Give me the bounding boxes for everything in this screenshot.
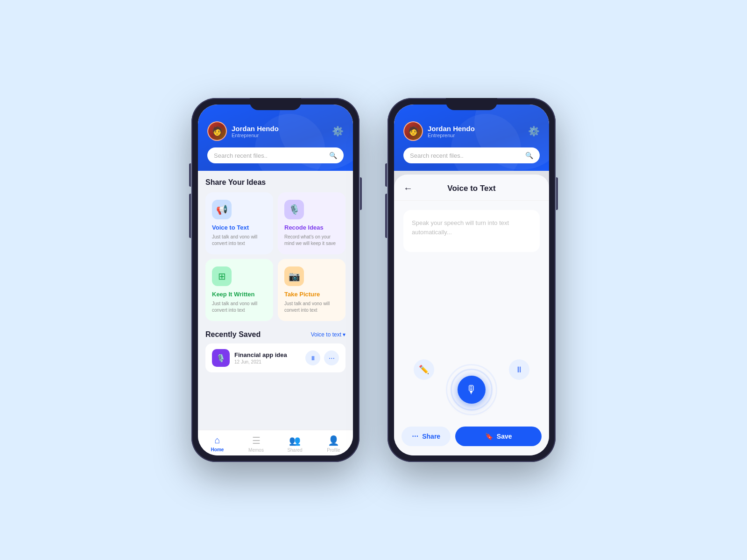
- keep-written-icon: ⊞: [218, 271, 226, 282]
- card-desc-recode-ideas: Record what's on your mind we will keep …: [284, 234, 339, 247]
- saved-item-date: 12 Jun, 2021: [234, 359, 301, 364]
- share-label: Share: [422, 433, 440, 440]
- filter-label: Voice to text: [311, 331, 341, 338]
- voice-to-text-icon-wrap: 📢: [212, 200, 232, 219]
- user-name-2: Jordan Hendo: [428, 125, 475, 133]
- phone2-header: 🧑 Jordan Hendo Entreprenur ⚙️ Search rec…: [394, 105, 549, 171]
- home-label: Home: [211, 447, 224, 452]
- card-desc-keep-written: Just talk and vono will convert into tex…: [212, 301, 267, 314]
- share-icon-modal: ⋯: [412, 433, 418, 440]
- mic-icon: 🎙: [466, 383, 477, 396]
- phone-1: 🧑 Jordan Hendo Entreprenur ⚙️ Search rec…: [191, 98, 359, 462]
- gear-icon-2[interactable]: ⚙️: [528, 126, 540, 137]
- user-title: Entreprenur: [232, 133, 279, 138]
- nav-profile[interactable]: 👤 Profile: [314, 435, 353, 453]
- share-ideas-title: Share Your Ideas: [205, 178, 345, 187]
- mic-outer: 🎙: [455, 373, 488, 406]
- avatar: 🧑: [207, 121, 227, 141]
- search-placeholder: Search recent files..: [214, 152, 268, 159]
- share-button[interactable]: ⋯: [324, 350, 339, 365]
- save-label: Save: [497, 433, 512, 440]
- avatar-img-2: 🧑: [404, 122, 422, 140]
- nav-home[interactable]: ⌂ Home: [198, 435, 237, 453]
- user-info-2: 🧑 Jordan Hendo Entreprenur: [403, 121, 475, 141]
- phone-2: 🧑 Jordan Hendo Entreprenur ⚙️ Search rec…: [388, 98, 556, 462]
- user-row: 🧑 Jordan Hendo Entreprenur ⚙️: [207, 121, 344, 141]
- card-title-take-picture: Take Picture: [284, 291, 339, 298]
- profile-icon: 👤: [328, 435, 339, 446]
- user-name: Jordan Hendo: [232, 125, 279, 133]
- user-title-2: Entreprenur: [428, 133, 475, 138]
- card-title-recode-ideas: Recode Ideas: [284, 224, 339, 231]
- gear-icon[interactable]: ⚙️: [332, 126, 344, 137]
- search-icon-2: 🔍: [525, 152, 533, 159]
- recently-saved-title: Recently Saved: [205, 330, 261, 339]
- search-bar[interactable]: Search recent files.. 🔍: [207, 147, 344, 163]
- nav-shared[interactable]: 👥 Shared: [275, 435, 314, 453]
- pause-icon: ⏸: [515, 365, 523, 375]
- nav-memos[interactable]: ☰ Memos: [237, 435, 275, 453]
- user-details: Jordan Hendo Entreprenur: [232, 125, 279, 138]
- recode-ideas-icon-wrap: 🎙️: [284, 200, 304, 219]
- saved-item-financial[interactable]: 🎙️ Financial app idea 12 Jun, 2021 ⏸ ⋯: [205, 343, 345, 372]
- notch-1: [250, 98, 301, 110]
- card-desc-take-picture: Just talk and vono will convert into tex…: [284, 301, 339, 314]
- phone1-content: Share Your Ideas 📢 Voice to Text Just ta…: [198, 171, 353, 430]
- mic-button[interactable]: 🎙: [458, 376, 486, 404]
- back-button[interactable]: ←: [403, 183, 413, 194]
- card-desc-voice-to-text: Just talk and vono will convert into tex…: [212, 234, 267, 247]
- card-take-picture[interactable]: 📷 Take Picture Just talk and vono will c…: [278, 259, 345, 321]
- modal-footer: ⋯ Share 🔖 Save: [394, 420, 549, 455]
- shared-label: Shared: [287, 448, 302, 453]
- pause-ctrl-button[interactable]: ⏸: [509, 359, 529, 380]
- avatar-img: 🧑: [208, 122, 226, 140]
- recently-saved-header: Recently Saved Voice to text ▾: [205, 330, 345, 339]
- memos-icon: ☰: [252, 435, 261, 446]
- modal-header: ← Voice to Text: [394, 175, 549, 201]
- search-placeholder-2: Search recent files..: [410, 152, 464, 159]
- saved-item-title: Financial app idea: [234, 351, 301, 358]
- modal-sheet: ← Voice to Text Speak your speech will t…: [394, 175, 549, 455]
- take-picture-icon: 📷: [289, 271, 300, 282]
- card-keep-written[interactable]: ⊞ Keep It Written Just talk and vono wil…: [205, 259, 273, 321]
- user-details-2: Jordan Hendo Entreprenur: [428, 125, 475, 138]
- memos-label: Memos: [248, 448, 264, 453]
- notch-2: [446, 98, 497, 110]
- bottom-nav: ⌂ Home ☰ Memos 👥 Shared 👤 Profile: [198, 430, 353, 455]
- search-bar-2[interactable]: Search recent files.. 🔍: [403, 147, 540, 163]
- share-button-modal[interactable]: ⋯ Share: [402, 427, 451, 446]
- recode-ideas-icon: 🎙️: [289, 204, 300, 215]
- edit-icon: ✏️: [419, 364, 429, 375]
- user-row-2: 🧑 Jordan Hendo Entreprenur ⚙️: [403, 121, 540, 141]
- controls-area: ✏️ ⏸ 🎙: [403, 359, 540, 406]
- keep-written-icon-wrap: ⊞: [212, 266, 232, 286]
- card-title-keep-written: Keep It Written: [212, 291, 267, 298]
- filter-dropdown[interactable]: Voice to text ▾: [311, 331, 345, 338]
- card-title-voice-to-text: Voice to Text: [212, 224, 267, 231]
- voice-to-text-icon: 📢: [216, 204, 228, 215]
- card-recode-ideas[interactable]: 🎙️ Recode Ideas Record what's on your mi…: [278, 192, 345, 254]
- profile-label: Profile: [327, 448, 340, 453]
- speech-area: Speak your speech will turn into text au…: [394, 201, 549, 420]
- modal-title: Voice to Text: [418, 184, 525, 193]
- avatar-2: 🧑: [403, 121, 423, 141]
- pause-button[interactable]: ⏸: [305, 350, 320, 365]
- edit-button[interactable]: ✏️: [414, 359, 434, 380]
- shared-icon: 👥: [289, 435, 301, 446]
- phone1-header: 🧑 Jordan Hendo Entreprenur ⚙️ Search rec…: [198, 105, 353, 171]
- take-picture-icon-wrap: 📷: [284, 266, 304, 286]
- saved-item-info: Financial app idea 12 Jun, 2021: [234, 351, 301, 364]
- saved-item-icon: 🎙️: [212, 349, 230, 367]
- card-voice-to-text[interactable]: 📢 Voice to Text Just talk and vono will …: [205, 192, 273, 254]
- speech-text-area[interactable]: Speak your speech will turn into text au…: [403, 210, 540, 252]
- search-icon: 🔍: [329, 152, 337, 159]
- save-icon-modal: 🔖: [485, 433, 493, 440]
- chevron-down-icon: ▾: [343, 331, 345, 338]
- phone2-body: ← Voice to Text Speak your speech will t…: [394, 171, 549, 455]
- home-icon: ⌂: [214, 435, 220, 446]
- save-button-modal[interactable]: 🔖 Save: [455, 427, 542, 446]
- user-info: 🧑 Jordan Hendo Entreprenur: [207, 121, 279, 141]
- cards-grid: 📢 Voice to Text Just talk and vono will …: [205, 192, 345, 321]
- saved-item-actions: ⏸ ⋯: [305, 350, 339, 365]
